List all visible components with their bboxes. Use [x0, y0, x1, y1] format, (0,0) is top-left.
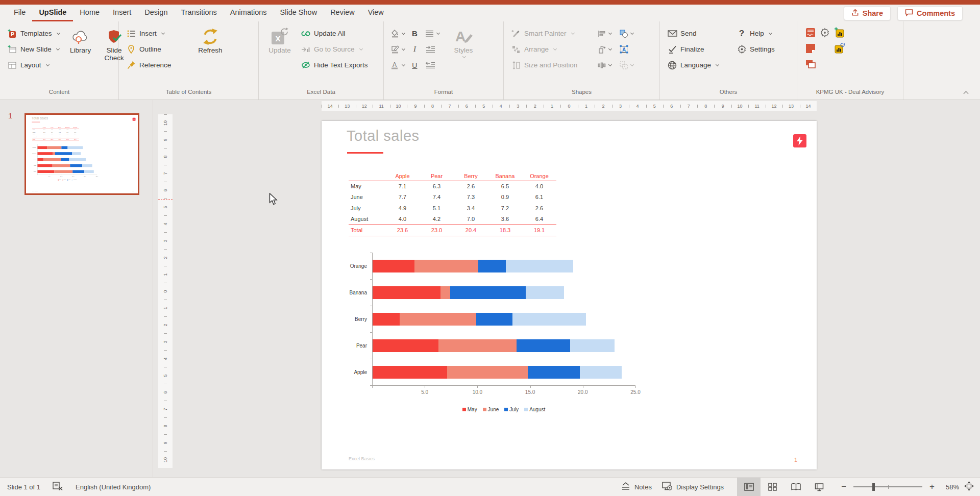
- new-slide-button[interactable]: New Slide: [5, 41, 62, 57]
- menu-tab-upslide[interactable]: UpSlide: [32, 5, 73, 21]
- line-spacing-button[interactable]: [424, 26, 440, 41]
- language-button[interactable]: Language: [665, 57, 725, 73]
- legend-swatch: [504, 408, 508, 411]
- accessibility-check-button[interactable]: [53, 481, 63, 492]
- menu-tab-review[interactable]: Review: [324, 5, 361, 21]
- text-box-button[interactable]: A: [618, 41, 634, 57]
- menu-tab-design[interactable]: Design: [138, 5, 174, 21]
- rotate-button[interactable]: [596, 41, 612, 57]
- zoom-in-button[interactable]: +: [927, 482, 937, 492]
- bar-segment-june: [54, 170, 72, 173]
- chevron-down-icon: [571, 31, 574, 34]
- distribute-icon: [597, 62, 607, 69]
- ruler-tick-label: 5: [646, 101, 663, 111]
- sales-chart[interactable]: OrangeBananaBerryPearApple5.010.015.020.…: [32, 144, 101, 175]
- outline-pin-icon: [126, 45, 136, 54]
- italic-button[interactable]: I: [412, 41, 417, 57]
- toc-list-icon: [126, 30, 136, 38]
- finalize-button[interactable]: Finalize: [665, 41, 725, 57]
- hide-text-exports-icon: [301, 61, 311, 69]
- zoom-slider-handle[interactable]: [872, 483, 875, 491]
- table-cell: 0.9: [488, 192, 522, 203]
- notes-toggle[interactable]: Notes: [621, 482, 652, 492]
- display-settings-button[interactable]: Display Settings: [662, 482, 724, 492]
- display-settings-icon: [662, 482, 673, 492]
- slide-title[interactable]: Total sales: [32, 116, 48, 120]
- fill-color-button[interactable]: [389, 26, 406, 41]
- slideshow-view-button[interactable]: [807, 478, 831, 496]
- fit-slide-to-window-button[interactable]: [964, 481, 974, 492]
- sales-table[interactable]: ApplePearBerryBananaOrangeMay7.16.32.66.…: [32, 127, 79, 141]
- layout-button[interactable]: Layout: [5, 57, 62, 73]
- zoom-slider[interactable]: [853, 486, 922, 487]
- comments-icon: [905, 9, 913, 18]
- menu-tab-transitions[interactable]: Transitions: [174, 5, 223, 21]
- language-status[interactable]: English (United Kingdom): [76, 483, 151, 491]
- titlebar-strip: [0, 0, 980, 5]
- menu-tab-insert[interactable]: Insert: [106, 5, 138, 21]
- table-row: August4.04.27.03.66.4: [349, 214, 556, 225]
- styles-label: Styles: [454, 46, 473, 54]
- toc-refresh-button[interactable]: Refresh: [194, 26, 226, 54]
- ruler-tick-label: 1: [578, 101, 595, 111]
- slide-sorter-view-button[interactable]: [761, 478, 784, 496]
- font-color-button[interactable]: A: [389, 57, 406, 73]
- underline-button[interactable]: U: [411, 57, 418, 73]
- chart-category-label: Banana: [349, 290, 370, 295]
- insert-shape-button[interactable]: [618, 26, 634, 41]
- refresh-chart-icon[interactable]: [834, 43, 848, 56]
- distribute-button[interactable]: [596, 57, 612, 73]
- menu-tab-view[interactable]: View: [361, 5, 390, 21]
- table-total-cell: 23.0: [48, 138, 56, 141]
- decrease-indent-button[interactable]: [424, 57, 440, 73]
- share-label: Share: [863, 9, 883, 17]
- menu-tab-animations[interactable]: Animations: [224, 5, 274, 21]
- normal-view-button[interactable]: [737, 478, 761, 496]
- toc-insert-button[interactable]: Insert: [124, 26, 191, 41]
- increase-indent-button[interactable]: [424, 41, 440, 57]
- ruler-tick-label: 12: [356, 101, 373, 111]
- upslide-link-badge[interactable]: [133, 118, 136, 121]
- finalize-label: Finalize: [680, 45, 704, 53]
- size-position-icon: [511, 61, 521, 69]
- sticky-note-icon[interactable]: [805, 43, 820, 56]
- table-header-row: ApplePearBerryBananaOrange: [349, 172, 556, 181]
- border-style-button[interactable]: [389, 41, 406, 57]
- update-all-button[interactable]: Update All: [299, 26, 370, 41]
- collapse-ribbon-button[interactable]: [964, 91, 969, 96]
- duplicate-slides-icon[interactable]: [805, 60, 820, 71]
- menu-tab-home[interactable]: Home: [73, 5, 106, 21]
- menu-tab-slide-show[interactable]: Slide Show: [274, 5, 324, 21]
- slide-canvas[interactable]: Total sales ApplePearBerryBananaOrangeMa…: [322, 121, 817, 469]
- signature-document-icon[interactable]: [805, 28, 820, 40]
- kpmg-gear-icon[interactable]: [820, 28, 834, 40]
- slide-thumbnail[interactable]: Total sales ApplePearBerryBananaOrangeMa…: [24, 113, 139, 195]
- table-cell: 7.4: [420, 192, 454, 203]
- outline-button[interactable]: Outline: [124, 41, 191, 57]
- templates-button[interactable]: P Templates: [5, 26, 62, 41]
- upslide-link-badge[interactable]: [793, 134, 806, 147]
- zoom-out-button[interactable]: −: [839, 482, 848, 492]
- align-objects-button[interactable]: [596, 26, 612, 41]
- reference-button[interactable]: Reference: [124, 57, 191, 73]
- hide-text-exports-button[interactable]: Hide Text Exports: [299, 57, 370, 73]
- slide-content: Total sales ApplePearBerryBananaOrangeMa…: [322, 121, 817, 469]
- ruler-tick-label: 13: [338, 101, 355, 111]
- comments-button[interactable]: Comments: [897, 6, 963, 20]
- legend-swatch: [524, 408, 528, 411]
- library-button[interactable]: Library: [65, 26, 96, 54]
- legend-label: July: [68, 179, 70, 180]
- send-button[interactable]: Send: [665, 26, 725, 41]
- add-chart-icon[interactable]: [834, 27, 848, 40]
- sales-chart[interactable]: OrangeBananaBerryPearApple5.010.015.020.…: [349, 253, 655, 385]
- reading-view-button[interactable]: [784, 478, 807, 496]
- bar-segment-july: [478, 260, 506, 272]
- settings-button[interactable]: Settings: [734, 41, 777, 57]
- slide-title[interactable]: Total sales: [347, 128, 420, 144]
- help-button[interactable]: ? Help: [734, 26, 777, 41]
- zoom-level[interactable]: 58%: [937, 483, 959, 491]
- sales-table[interactable]: ApplePearBerryBananaOrangeMay7.16.32.66.…: [349, 172, 556, 236]
- share-button[interactable]: Share: [844, 6, 891, 20]
- menu-tab-file[interactable]: File: [7, 5, 32, 21]
- bold-button[interactable]: B: [411, 26, 419, 41]
